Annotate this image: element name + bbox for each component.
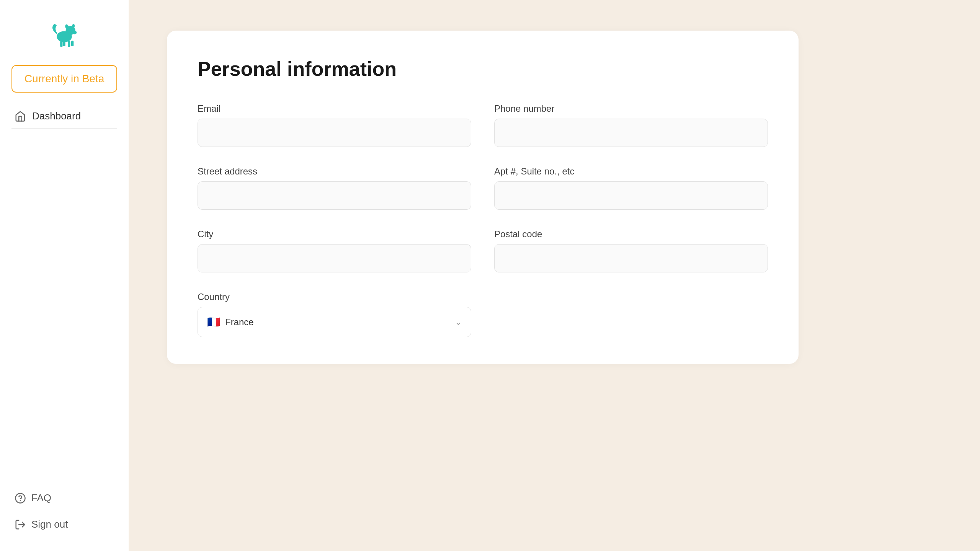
country-label: Country: [198, 292, 471, 302]
phone-field[interactable]: [494, 119, 768, 147]
svg-rect-8: [63, 41, 65, 46]
sidebar-item-dashboard[interactable]: Dashboard: [11, 104, 117, 129]
app-logo: [47, 15, 82, 50]
phone-label: Phone number: [494, 103, 768, 114]
street-field[interactable]: [198, 181, 471, 210]
card-title: Personal information: [198, 57, 768, 80]
dashboard-label: Dashboard: [32, 110, 81, 122]
apt-field[interactable]: [494, 181, 768, 210]
svg-point-4: [73, 31, 77, 34]
city-group: City: [198, 229, 471, 272]
email-label: Email: [198, 103, 471, 114]
postal-group: Postal code: [494, 229, 768, 272]
email-field[interactable]: [198, 119, 471, 147]
apt-group: Apt #, Suite no., etc: [494, 166, 768, 210]
personal-info-card: Personal information Email Phone number …: [167, 31, 799, 364]
sidebar: Currently in Beta Dashboard FAQ: [0, 0, 129, 551]
faq-label: FAQ: [31, 492, 51, 504]
city-field[interactable]: [198, 244, 471, 272]
signout-label: Sign out: [31, 518, 68, 530]
svg-rect-7: [71, 41, 74, 46]
sidebar-item-signout[interactable]: Sign out: [11, 513, 117, 536]
apt-label: Apt #, Suite no., etc: [494, 166, 768, 177]
country-flag: 🇫🇷: [207, 316, 220, 328]
bottom-nav: FAQ Sign out: [11, 487, 117, 536]
sidebar-item-faq[interactable]: FAQ: [11, 487, 117, 509]
country-value: France: [225, 317, 254, 328]
main-nav: Dashboard: [11, 104, 117, 129]
phone-group: Phone number: [494, 103, 768, 147]
postal-label: Postal code: [494, 229, 768, 240]
email-group: Email: [198, 103, 471, 147]
street-label: Street address: [198, 166, 471, 177]
personal-info-form: Email Phone number Street address Apt #,…: [198, 103, 768, 337]
svg-rect-5: [68, 41, 70, 47]
logo-area: [11, 15, 117, 50]
city-label: City: [198, 229, 471, 240]
help-circle-icon: [15, 492, 26, 504]
street-group: Street address: [198, 166, 471, 210]
country-group: Country 🇫🇷 France ⌄: [198, 292, 471, 337]
svg-rect-6: [60, 41, 62, 47]
postal-field[interactable]: [494, 244, 768, 272]
country-select[interactable]: 🇫🇷 France ⌄: [198, 307, 471, 337]
home-icon: [15, 111, 26, 122]
beta-button[interactable]: Currently in Beta: [11, 65, 117, 93]
main-content: Personal information Email Phone number …: [129, 0, 980, 551]
log-out-icon: [15, 519, 26, 530]
chevron-down-icon: ⌄: [455, 317, 462, 327]
